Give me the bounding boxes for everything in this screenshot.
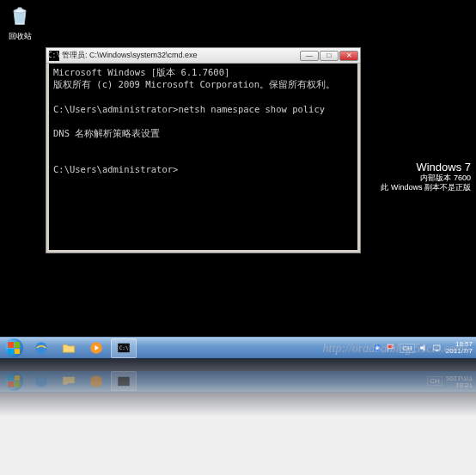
- taskbar-item-explorer[interactable]: [56, 338, 82, 358]
- minimize-button[interactable]: —: [300, 51, 319, 61]
- recycle-bin-label: 回收站: [3, 31, 37, 42]
- cmd-taskbar-icon: C:\: [116, 340, 131, 356]
- taskbar-item-ie[interactable]: [28, 338, 54, 358]
- volume-icon[interactable]: [418, 343, 429, 353]
- folder-icon: [61, 340, 76, 356]
- maximize-icon: □: [327, 52, 332, 59]
- svg-rect-8: [436, 350, 438, 351]
- close-button[interactable]: ✕: [339, 51, 358, 61]
- desktop[interactable]: 回收站 C:\ 管理员: C:\Windows\system32\cmd.exe…: [0, 0, 476, 337]
- network-icon[interactable]: [432, 343, 442, 353]
- tray-chrome-icon[interactable]: [372, 343, 382, 353]
- pinned-apps: C:\: [27, 338, 137, 358]
- recycle-bin[interactable]: 回收站: [3, 3, 37, 42]
- taskbar-reflection: CH 18:572011/7/7: [0, 358, 476, 393]
- svg-text:C:\: C:\: [119, 344, 129, 350]
- windows-logo-icon: [4, 338, 23, 357]
- tray-flag-icon[interactable]: [386, 343, 396, 353]
- taskbar[interactable]: C:\ CH 18:57 2011/7/7: [0, 337, 476, 358]
- svg-rect-7: [433, 345, 440, 350]
- console-output[interactable]: Microsoft Windows [版本 6.1.7600] 版权所有 (c)…: [49, 64, 357, 250]
- media-player-icon: [88, 340, 104, 356]
- cmd-icon: C:\: [49, 51, 59, 61]
- clock[interactable]: 18:57 2011/7/7: [446, 341, 473, 355]
- svg-point-0: [14, 9, 26, 13]
- recycle-bin-icon: [8, 3, 32, 27]
- ie-icon: [34, 340, 49, 356]
- clock-date: 2011/7/7: [446, 348, 473, 355]
- window-title: 管理员: C:\Windows\system32\cmd.exe: [62, 50, 300, 61]
- close-icon: ✕: [346, 52, 352, 59]
- cmd-window[interactable]: C:\ 管理员: C:\Windows\system32\cmd.exe — □…: [46, 47, 361, 253]
- maximize-button[interactable]: □: [320, 51, 339, 61]
- start-button[interactable]: [0, 338, 27, 359]
- svg-point-10: [90, 375, 102, 387]
- build-watermark: Windows 7 内部版本 7600 此 Windows 副本不是正版: [381, 161, 471, 192]
- svg-point-6: [375, 346, 379, 350]
- titlebar[interactable]: C:\ 管理员: C:\Windows\system32\cmd.exe — □…: [46, 48, 360, 64]
- taskbar-item-cmd[interactable]: C:\: [111, 338, 137, 358]
- system-tray: CH 18:57 2011/7/7: [372, 341, 476, 355]
- language-indicator[interactable]: CH: [400, 344, 415, 353]
- svg-point-9: [35, 375, 47, 387]
- svg-rect-11: [118, 377, 130, 387]
- taskbar-item-mediaplayer[interactable]: [83, 338, 109, 358]
- minimize-icon: —: [306, 52, 313, 59]
